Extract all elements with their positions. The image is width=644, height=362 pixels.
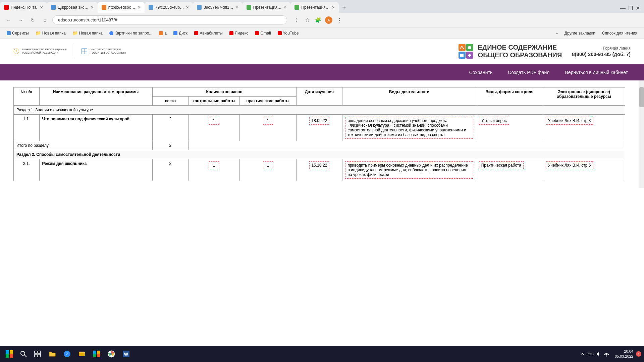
taskview-button[interactable] bbox=[31, 347, 44, 361]
profile-icon[interactable]: А bbox=[325, 16, 333, 24]
svg-text:Z: Z bbox=[66, 352, 68, 356]
scrollbar-thumb[interactable] bbox=[639, 87, 644, 107]
reading-list[interactable]: Список для чтения bbox=[599, 30, 640, 36]
tab-7[interactable]: Презентация… ✕ bbox=[290, 2, 339, 13]
header-control-forms: Виды, формы контроля bbox=[476, 87, 543, 106]
tab-7-favicon bbox=[294, 5, 299, 10]
row-1-1-name: Что понимается под физической культурой bbox=[39, 115, 152, 141]
row-2-1-activities: приводить примеры основных дневных дел и… bbox=[342, 159, 476, 181]
bookmarks-more-button[interactable]: » bbox=[553, 30, 560, 36]
bookmark-yandex[interactable]: Яндекс bbox=[227, 30, 251, 36]
row-1-1-hours-practice-input[interactable]: 1 bbox=[263, 117, 273, 125]
tab-7-close[interactable]: ✕ bbox=[332, 5, 335, 10]
bookmark-disk-icon bbox=[173, 31, 177, 35]
row-2-1-control-forms-input[interactable]: Практическая работа bbox=[479, 161, 524, 169]
bookmark-gmail[interactable]: Gmail bbox=[252, 30, 273, 36]
restore-icon[interactable]: ❐ bbox=[628, 5, 633, 11]
bookmark-avia[interactable]: Авиабилеты bbox=[192, 30, 225, 36]
header-date: Дата изучения bbox=[296, 87, 342, 106]
header-digital-resources: Электронные (цифровые) образовательные р… bbox=[543, 87, 625, 106]
tab-1-close[interactable]: ✕ bbox=[40, 5, 43, 10]
bookmark-google[interactable]: Картинки по запро... bbox=[107, 30, 155, 36]
bookmark-folder1-label: Новая папка bbox=[42, 31, 66, 36]
minimize-icon[interactable]: — bbox=[620, 5, 626, 11]
taskbar-search-button[interactable] bbox=[17, 348, 30, 360]
toolbar-icons: ⇧ ☆ 🧩 А ⋮ bbox=[292, 16, 343, 24]
table-row: 2.1. Режим дня школьника 2 1 1 15.10.22 bbox=[14, 159, 625, 181]
bookmark-youtube[interactable]: YouTube bbox=[275, 30, 302, 36]
tab-6-close[interactable]: ✕ bbox=[283, 5, 286, 10]
pdf-button[interactable]: Создать PDF файл bbox=[505, 70, 552, 75]
row-2-1-hours-practice-input[interactable]: 1 bbox=[263, 161, 273, 169]
close-window-icon[interactable]: ✕ bbox=[636, 5, 640, 11]
bookmark-folder2-label: Новая папка bbox=[79, 31, 103, 36]
start-button[interactable] bbox=[3, 347, 16, 361]
volume-icon[interactable] bbox=[595, 351, 601, 357]
row-2-1-hours-control-input[interactable]: 1 bbox=[209, 161, 219, 169]
tab-5-close[interactable]: ✕ bbox=[235, 5, 238, 10]
reading-list-label: Список для чтения bbox=[602, 31, 637, 36]
row-2-1-activities-input[interactable]: приводить примеры основных дневных дел и… bbox=[345, 161, 473, 179]
row-1-1-hours-practice: 1 bbox=[240, 115, 297, 141]
file-manager-button[interactable] bbox=[75, 347, 89, 361]
store-button[interactable] bbox=[90, 347, 103, 361]
clock-time: 20:04 bbox=[615, 349, 633, 354]
bookmark-folder1[interactable]: 📁 Новая папка bbox=[33, 30, 68, 36]
share-icon[interactable]: ⇧ bbox=[292, 16, 301, 24]
forward-button[interactable]: → bbox=[16, 15, 25, 25]
row-2-1-date-input[interactable]: 15.10.22 bbox=[309, 161, 330, 169]
row-2-1-num: 2.1. bbox=[14, 159, 40, 181]
table-area: № п/п Наименование разделов и тем програ… bbox=[0, 80, 639, 188]
row-2-1-hours-practice: 1 bbox=[240, 159, 297, 181]
svg-text:⚜: ⚜ bbox=[15, 50, 17, 53]
row-1-1-control-forms-input[interactable]: Устный опрос bbox=[479, 117, 509, 125]
row-1-1-digital-resources: Учебник Лях В.И. стр 3 bbox=[543, 115, 625, 141]
row-2-1-digital-resources-input[interactable]: Учебник Лях В.И. стр 5 bbox=[546, 161, 593, 169]
vertical-scrollbar[interactable] bbox=[639, 80, 644, 188]
row-1-1-hours-control-input[interactable]: 1 bbox=[209, 117, 219, 125]
zoom-button[interactable]: Z bbox=[60, 347, 74, 361]
home-button[interactable]: ⌂ bbox=[40, 15, 50, 25]
network-icon[interactable] bbox=[603, 351, 609, 357]
tab-4[interactable]: 79fc205d-48b… ✕ bbox=[145, 2, 193, 13]
save-button[interactable]: Сохранить bbox=[467, 70, 495, 75]
tray-up-arrow[interactable] bbox=[579, 351, 585, 357]
file-explorer-button[interactable] bbox=[46, 347, 59, 361]
tab-3[interactable]: https://edsoo… ✕ bbox=[98, 2, 145, 13]
bookmark-disk[interactable]: Диск bbox=[171, 30, 190, 36]
row-1-1-digital-resources-input[interactable]: Учебник Лях В.И. стр 3 bbox=[546, 117, 593, 125]
bookmark-folder2[interactable]: 📁 Новая папка bbox=[70, 30, 105, 36]
tab-6[interactable]: Презентация… ✕ bbox=[243, 2, 291, 13]
row-1-1-activities-input[interactable]: овладении основами содержания учебного п… bbox=[345, 117, 473, 139]
row-1-1-date-input[interactable]: 18.09.22 bbox=[309, 117, 330, 125]
bookmark-servisy[interactable]: Сервисы bbox=[4, 30, 32, 36]
bookmark-a[interactable]: a bbox=[156, 30, 169, 36]
tab-5[interactable]: 39c57e67-dff1… ✕ bbox=[193, 2, 243, 13]
taskbar-time[interactable]: 20:04 05.03.2022 bbox=[615, 349, 633, 359]
chrome-button[interactable] bbox=[105, 347, 118, 361]
address-input[interactable] bbox=[52, 15, 287, 24]
cabinet-button[interactable]: Вернуться в личный кабинет bbox=[562, 70, 631, 75]
table-row: 1.1. Что понимается под физической культ… bbox=[14, 115, 625, 141]
new-tab-button[interactable]: + bbox=[339, 2, 350, 13]
tab-2-close[interactable]: ✕ bbox=[91, 5, 94, 10]
tab-4-close[interactable]: ✕ bbox=[186, 5, 189, 10]
back-button[interactable]: ← bbox=[4, 15, 13, 25]
svg-point-31 bbox=[606, 356, 607, 357]
lang-indicator[interactable]: РУС bbox=[587, 351, 593, 357]
extensions-icon[interactable]: 🧩 bbox=[314, 16, 322, 24]
section1-total-hours: 2 bbox=[152, 141, 188, 150]
word-button[interactable]: W bbox=[119, 347, 133, 361]
bookmark-star-icon[interactable]: ☆ bbox=[303, 16, 311, 24]
reload-button[interactable]: ↻ bbox=[28, 15, 38, 25]
tab-3-close[interactable]: ✕ bbox=[138, 5, 141, 10]
ministry-logo: ⚜ МИНИСТЕРСТВО ПРОСВЕЩЕНИЯ РОССИЙСКОЙ ФЕ… bbox=[13, 46, 67, 57]
tab-5-title: 39c57e67-dff1… bbox=[204, 5, 233, 10]
tab-1[interactable]: Яндекс.Почта ✕ bbox=[0, 2, 47, 13]
other-bookmarks[interactable]: Другие закладки bbox=[562, 30, 598, 36]
institute-logo-text: ИНСТИТУТ СТРАТЕГИИ РАЗВИТИЯ ОБРАЗОВАНИЯ bbox=[91, 48, 135, 55]
menu-icon[interactable]: ⋮ bbox=[335, 16, 343, 24]
tab-2[interactable]: Цифровая эко… ✕ bbox=[47, 2, 98, 13]
row-1-1-hours-control: 1 bbox=[188, 115, 239, 141]
notification-badge[interactable]: 1 bbox=[636, 351, 641, 357]
